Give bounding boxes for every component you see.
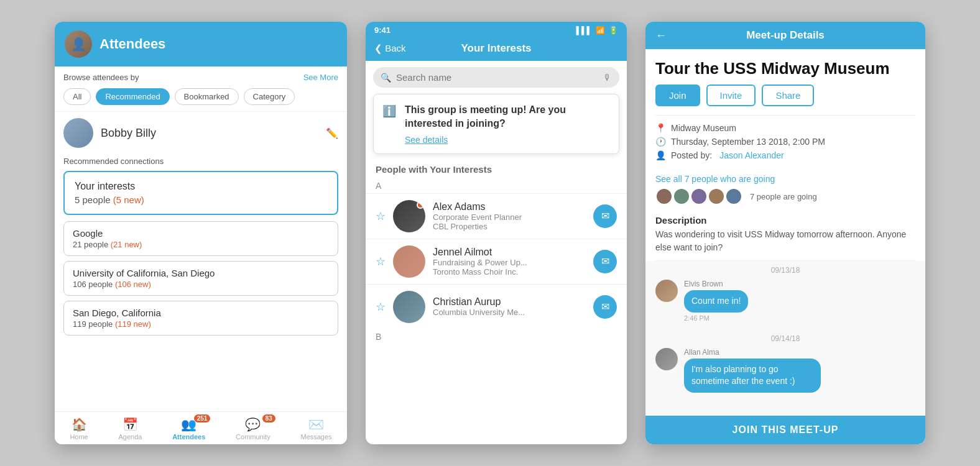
christian-name: Christian Aurup bbox=[433, 296, 586, 308]
clock-icon: 🕐 bbox=[655, 137, 666, 147]
rec-label: Recommended connections bbox=[55, 154, 347, 171]
bookmark-star-alex[interactable]: ☆ bbox=[376, 209, 386, 223]
attendee-avatar-5 bbox=[725, 188, 742, 205]
alex-company: CBL Properties bbox=[433, 222, 586, 231]
attendees-title: Attendees bbox=[99, 36, 165, 52]
person-alex: ☆ Alex Adams Corporate Event Planner CBL… bbox=[366, 193, 627, 239]
wifi-icon: 📶 bbox=[596, 26, 605, 35]
info-banner-title: This group is meeting up! Are you intere… bbox=[405, 103, 610, 131]
nav-home[interactable]: 🏠 Home bbox=[70, 417, 88, 441]
edit-icon[interactable]: ✏️ bbox=[326, 127, 338, 139]
posted-row: 👤 Posted by: Jason Alexander bbox=[655, 150, 915, 160]
going-count: 7 people are going bbox=[750, 192, 817, 201]
person-avatar bbox=[63, 118, 93, 148]
jennel-avatar bbox=[393, 245, 425, 278]
bookmark-star-christian[interactable]: ☆ bbox=[376, 300, 386, 314]
chat-msg-1: Elvis Brown Count me in! 2:46 PM bbox=[655, 280, 915, 322]
mic-icon[interactable]: 🎙 bbox=[603, 73, 612, 83]
filter-recommended[interactable]: Recommended bbox=[96, 88, 169, 105]
going-link[interactable]: See all 7 people who are going bbox=[655, 174, 915, 184]
nav-home-label: Home bbox=[70, 433, 88, 441]
battery-icon: 🔋 bbox=[609, 26, 618, 35]
christian-avatar bbox=[393, 291, 425, 323]
category-new-2: (106 new) bbox=[115, 280, 151, 289]
location-icon: 📍 bbox=[655, 123, 666, 133]
desc-title: Description bbox=[655, 215, 915, 226]
join-button[interactable]: Join bbox=[655, 85, 700, 106]
category-count-2: 106 people (106 new) bbox=[73, 280, 329, 289]
status-time: 9:41 bbox=[374, 25, 391, 35]
msg-btn-christian[interactable]: ✉ bbox=[593, 295, 617, 319]
filter-bookmarked[interactable]: Bookmarked bbox=[175, 88, 239, 105]
search-bar: 🔍 🎙 bbox=[373, 67, 619, 88]
meetup-back-button[interactable]: ← bbox=[655, 29, 667, 42]
back-button[interactable]: ❮ Back bbox=[374, 43, 406, 54]
jennel-info: Jennel Ailmot Fundraising & Power Up... … bbox=[433, 247, 586, 276]
person-icon: 👤 bbox=[655, 150, 666, 160]
category-count-3: 119 people (119 new) bbox=[73, 319, 329, 329]
meetup-header-title: Meet-up Details bbox=[746, 29, 825, 42]
category-google[interactable]: Google 21 people (21 new) bbox=[63, 221, 338, 256]
people-section-label: People with Your Interests bbox=[366, 160, 627, 178]
christian-role: Columbia University Me... bbox=[433, 308, 586, 317]
browse-row: Browse attendees by See More bbox=[55, 66, 347, 86]
action-row: Join Invite Share bbox=[645, 85, 925, 115]
person-christian: ☆ Christian Aurup Columbia University Me… bbox=[366, 284, 627, 329]
signal-icon: ▌▌▌ bbox=[576, 26, 592, 35]
msg-btn-alex[interactable]: ✉ bbox=[593, 204, 617, 228]
alex-name: Alex Adams bbox=[433, 201, 586, 212]
elvis-time: 2:46 PM bbox=[684, 314, 915, 322]
nav-community[interactable]: 💬 83 Community bbox=[236, 417, 270, 441]
search-input[interactable] bbox=[396, 72, 598, 83]
online-indicator bbox=[417, 201, 424, 209]
meetup-details-screen: ← Meet-up Details Tour the USS Midway Mu… bbox=[645, 22, 925, 444]
interests-card[interactable]: Your interests 5 people (5 new) bbox=[63, 171, 338, 215]
posted-by-link[interactable]: Jason Alexander bbox=[719, 150, 784, 160]
meetup-header: ← Meet-up Details bbox=[645, 22, 925, 49]
elvis-chat-body: Elvis Brown Count me in! 2:46 PM bbox=[684, 280, 915, 322]
category-ucsd[interactable]: University of California, San Diego 106 … bbox=[63, 261, 338, 296]
chat-msg-2: Allan Alma I'm also planning to go somet… bbox=[655, 348, 915, 393]
filter-all[interactable]: All bbox=[63, 88, 91, 105]
community-badge: 83 bbox=[262, 414, 275, 423]
letter-a: A bbox=[366, 178, 627, 193]
date-badge-2: 09/14/18 bbox=[655, 329, 915, 348]
date-text: Thursday, September 13 2018, 2:00 PM bbox=[671, 137, 825, 147]
share-button[interactable]: Share bbox=[762, 85, 814, 106]
attendee-avatar-1 bbox=[655, 188, 673, 205]
category-name-2: University of California, San Diego bbox=[73, 268, 329, 278]
nav-attendees[interactable]: 👥 251 Attendees bbox=[172, 417, 205, 441]
see-details-link[interactable]: See details bbox=[405, 135, 610, 145]
msg-btn-jennel[interactable]: ✉ bbox=[593, 250, 617, 273]
nav-agenda[interactable]: 📅 Agenda bbox=[118, 417, 142, 441]
jennel-role: Fundraising & Power Up... bbox=[433, 258, 586, 267]
invite-button[interactable]: Invite bbox=[706, 85, 756, 106]
interests-screen: 9:41 ▌▌▌ 📶 🔋 ❮ Back Your Interests 🔍 🎙 ℹ… bbox=[366, 22, 627, 444]
category-sandiego[interactable]: San Diego, California 119 people (119 ne… bbox=[63, 301, 338, 336]
join-meetup-button[interactable]: JOIN THIS MEET-UP bbox=[645, 416, 925, 444]
filter-row: All Recommended Bookmarked Category bbox=[55, 86, 347, 111]
interests-card-title: Your interests bbox=[75, 181, 327, 192]
filter-category[interactable]: Category bbox=[244, 88, 295, 105]
location-text: Midway Museum bbox=[671, 123, 736, 133]
chat-section: 09/13/18 Elvis Brown Count me in! 2:46 P… bbox=[645, 261, 925, 416]
nav-messages[interactable]: ✉️ Messages bbox=[300, 417, 331, 441]
back-label: Back bbox=[385, 43, 405, 53]
search-icon: 🔍 bbox=[381, 73, 391, 83]
elvis-name: Elvis Brown bbox=[684, 280, 915, 288]
date-badge-1: 09/13/18 bbox=[655, 261, 915, 280]
see-more-link[interactable]: See More bbox=[303, 73, 338, 82]
alex-role: Corporate Event Planner bbox=[433, 212, 586, 222]
bookmark-star-jennel[interactable]: ☆ bbox=[376, 255, 386, 268]
browse-label: Browse attendees by bbox=[63, 73, 139, 82]
allan-chat-body: Allan Alma I'm also planning to go somet… bbox=[684, 348, 915, 393]
letter-b: B bbox=[366, 329, 627, 344]
attendees-header: 👤 Attendees bbox=[55, 22, 347, 66]
attendee-avatar-3 bbox=[690, 188, 708, 205]
nav-community-label: Community bbox=[236, 433, 270, 441]
allan-bubble: I'm also planning to go sometime after t… bbox=[684, 359, 821, 393]
nav-attendees-label: Attendees bbox=[172, 433, 205, 441]
location-row: 📍 Midway Museum bbox=[655, 123, 915, 133]
nav-messages-label: Messages bbox=[300, 433, 331, 441]
category-name-3: San Diego, California bbox=[73, 308, 329, 318]
